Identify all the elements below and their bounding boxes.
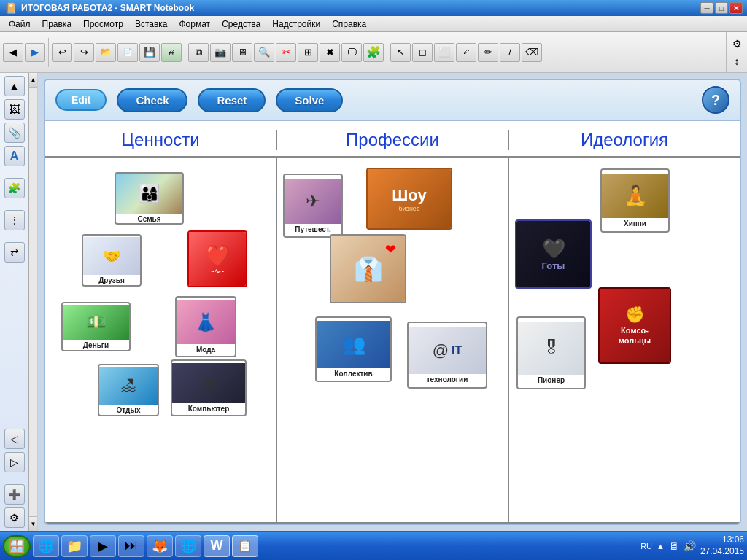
hippy-card[interactable]: 🧘 Хиппи: [600, 168, 670, 233]
adjust-button[interactable]: ↕: [729, 54, 744, 69]
undo-button[interactable]: ↩: [52, 43, 72, 62]
reset-button[interactable]: Reset: [198, 88, 266, 112]
computer-card[interactable]: 🖥 Компьютер: [171, 359, 247, 416]
sound-icon: 🔊: [684, 540, 696, 552]
open-button[interactable]: 📂: [96, 43, 116, 62]
menu-format[interactable]: Формат: [173, 18, 216, 31]
something-button[interactable]: 📄: [117, 43, 138, 62]
window-controls: ─ □ ✕: [700, 2, 743, 14]
sidebar-settings2[interactable]: ⚙: [4, 508, 25, 528]
delete-button[interactable]: ✖: [320, 43, 340, 62]
settings-button[interactable]: ⚙: [729, 36, 744, 51]
fashion-label: Мода: [195, 344, 217, 354]
friends-label: Друзья: [97, 275, 125, 284]
nav-group: ◀ ▶: [3, 43, 45, 62]
close-button[interactable]: ✕: [729, 2, 743, 14]
table-area: Ценности Профессии Идеология: [45, 121, 740, 524]
cursor-button[interactable]: ↖: [390, 43, 411, 62]
pioneer-card[interactable]: 🎖 Пионер: [516, 316, 586, 389]
col-header-values: Ценности: [45, 130, 276, 150]
sidebar-page-up[interactable]: ▲: [4, 76, 25, 96]
content-toolbar: Edit Check Reset Solve ?: [45, 80, 740, 121]
menu-help[interactable]: Справка: [326, 18, 372, 31]
taskbar-media1[interactable]: ▶: [90, 535, 116, 557]
taskbar-explorer[interactable]: 📁: [61, 535, 88, 557]
col-values: 👨‍👩‍👦 Семья 🤝 Друзья: [45, 158, 277, 522]
sidebar-arrow-left[interactable]: ◁: [4, 429, 25, 449]
sidebar-text-a[interactable]: A: [4, 146, 25, 166]
canvas-area: ▲ ▼ Edit Check Reset Solve ?: [29, 73, 747, 531]
pioneer-label: Пионер: [536, 375, 566, 384]
taskbar-ie[interactable]: 🌐: [33, 535, 59, 557]
menu-edit[interactable]: Правка: [36, 18, 78, 31]
money-label: Деньги: [82, 340, 110, 349]
col-ideology: 🖤 Готы 🎖 Пионер 🧘: [509, 158, 740, 522]
taskbar-word[interactable]: W: [204, 535, 230, 557]
person-card[interactable]: 👔 ❤: [330, 234, 406, 303]
komsomol-card[interactable]: ✊ Комсо-мольцы: [598, 287, 671, 364]
menu-addons[interactable]: Надстройки: [266, 18, 326, 31]
minimize-button[interactable]: ─: [700, 2, 713, 14]
color1-button[interactable]: 🖊: [456, 43, 476, 62]
check-button[interactable]: Check: [117, 88, 187, 112]
line-button[interactable]: /: [500, 43, 520, 62]
it-card[interactable]: @ IT технологии: [407, 322, 487, 389]
menu-file[interactable]: Файл: [3, 18, 36, 31]
family-card[interactable]: 👨‍👩‍👦 Семья: [115, 172, 184, 225]
clock: 13:06 27.04.2015: [700, 534, 744, 557]
history-group: ↩ ↪ 📂 📄 💾 🖨: [52, 43, 182, 62]
eraser-button[interactable]: ⌫: [522, 43, 542, 62]
draw-group: ↖ ◻ ⬜ 🖊 ✏ / ⌫: [390, 43, 542, 62]
solve-button[interactable]: Solve: [276, 88, 343, 112]
forward-button[interactable]: ▶: [25, 43, 45, 62]
sidebar-arrow-right[interactable]: ▷: [4, 452, 25, 472]
sidebar-swap[interactable]: ⇄: [4, 242, 25, 262]
friends-card[interactable]: 🤝 Друзья: [82, 234, 142, 287]
screen-button[interactable]: 🖥: [232, 43, 252, 62]
menubar: Файл Правка Просмотр Вставка Формат Сред…: [0, 16, 747, 32]
erase-button[interactable]: ⬜: [434, 43, 454, 62]
copy-button[interactable]: ⧉: [188, 43, 209, 62]
col-header-professions: Профессии: [277, 130, 508, 150]
menu-tools[interactable]: Средства: [216, 18, 266, 31]
show-card[interactable]: Шоу бизнес: [366, 168, 452, 230]
taskbar-media2[interactable]: ⏭: [118, 535, 144, 557]
start-button[interactable]: 🪟: [3, 535, 31, 557]
collective-card[interactable]: 👥 Коллектив: [315, 316, 392, 382]
redo-button[interactable]: ↪: [74, 43, 94, 62]
puzzle-button[interactable]: 🧩: [363, 43, 384, 62]
taskbar-chrome[interactable]: 🌐: [175, 535, 201, 557]
pen-button[interactable]: ✏: [478, 43, 498, 62]
back-button[interactable]: ◀: [3, 43, 23, 62]
fashion-card[interactable]: 👗 Мода: [175, 296, 236, 357]
taskbar-firefox[interactable]: 🦊: [147, 535, 173, 557]
sidebar-plus[interactable]: ➕: [4, 484, 25, 505]
sidebar-image[interactable]: 🖼: [4, 99, 25, 120]
camera-button[interactable]: 📷: [210, 43, 231, 62]
menu-insert[interactable]: Вставка: [129, 18, 174, 31]
menu-view[interactable]: Просмотр: [77, 18, 129, 31]
sidebar-puzzle[interactable]: 🧩: [4, 178, 25, 198]
save-button[interactable]: 💾: [139, 43, 160, 62]
help-button[interactable]: ?: [702, 86, 729, 114]
titlebar: 📔 ИТОГОВАЯ РАБОТА2 - SMART Notebook ─ □ …: [0, 0, 747, 16]
monitor-button[interactable]: 🖵: [341, 43, 362, 62]
cut-button[interactable]: ✂: [276, 43, 296, 62]
rest-card[interactable]: 🏖 Отдых: [98, 364, 159, 416]
money-card[interactable]: 💵 Деньги: [61, 302, 131, 351]
search-btn2[interactable]: 🔍: [254, 43, 274, 62]
health-card[interactable]: ❤️ ~∿~: [187, 230, 247, 287]
print-button[interactable]: 🖨: [161, 43, 182, 62]
network-icon: 🖥: [669, 540, 679, 552]
sidebar-clip[interactable]: 📎: [4, 122, 25, 143]
maximize-button[interactable]: □: [715, 2, 728, 14]
app-icon: 📔: [4, 2, 17, 14]
taskbar-smart[interactable]: 📋: [232, 535, 258, 557]
travel-card[interactable]: ✈ Путешест.: [283, 174, 343, 238]
goth-card[interactable]: 🖤 Готы: [515, 219, 592, 289]
shapes-button[interactable]: ◻: [412, 43, 433, 62]
sidebar-dots[interactable]: ⋮: [4, 210, 25, 230]
table-button[interactable]: ⊞: [298, 43, 318, 62]
locale-indicator: RU: [640, 542, 652, 551]
edit-button[interactable]: Edit: [55, 89, 107, 111]
